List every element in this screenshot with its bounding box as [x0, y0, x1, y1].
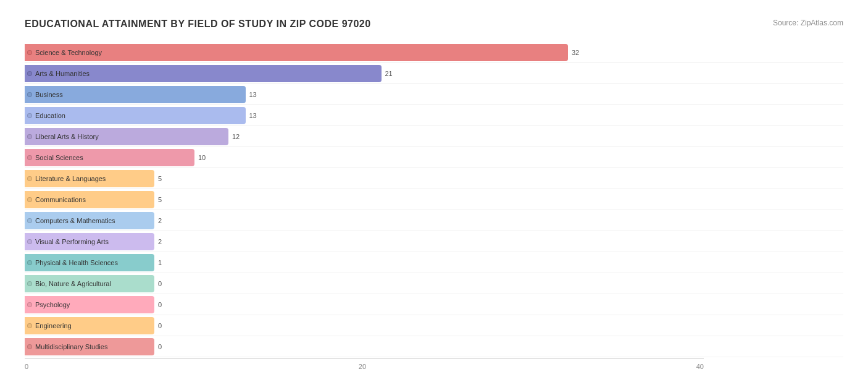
bar-label-1: Arts & Humanities	[27, 70, 90, 77]
bar-label-0: Science & Technology	[27, 49, 102, 56]
x-axis-label-1: 20	[359, 363, 366, 370]
bar-row-5: Social Sciences10	[25, 147, 843, 168]
bar-row-10: Physical & Health Sciences1	[25, 252, 843, 273]
bar-value-3: 13	[249, 112, 257, 119]
chart-header: EDUCATIONAL ATTAINMENT BY FIELD OF STUDY…	[25, 19, 843, 30]
bar-value-5: 10	[198, 154, 206, 161]
bar-dot-13	[27, 323, 32, 328]
bar-row-14: Multidisciplinary Studies0	[25, 336, 843, 357]
bar-row-9: Visual & Performing Arts2	[25, 231, 843, 252]
bar-dot-1	[27, 71, 32, 76]
bar-row-8: Computers & Mathematics2	[25, 210, 843, 231]
bar-value-0: 32	[572, 49, 579, 56]
bar-fill-14: Multidisciplinary Studies	[25, 338, 154, 355]
bar-label-2: Business	[27, 91, 63, 98]
bar-label-3: Education	[27, 112, 65, 119]
bar-value-6: 5	[158, 175, 162, 182]
bar-label-13: Engineering	[27, 322, 72, 329]
bar-value-12: 0	[158, 301, 162, 308]
bar-row-1: Arts & Humanities21	[25, 63, 843, 84]
bar-row-12: Psychology0	[25, 294, 843, 315]
bar-fill-5: Social Sciences	[25, 149, 194, 166]
bar-row-7: Communications5	[25, 189, 843, 210]
bar-fill-0: Science & Technology	[25, 44, 568, 61]
bar-fill-10: Physical & Health Sciences	[25, 254, 154, 271]
bar-row-6: Literature & Languages5	[25, 168, 843, 189]
bar-fill-1: Arts & Humanities	[25, 65, 382, 82]
bar-fill-3: Education	[25, 107, 246, 124]
bar-value-14: 0	[158, 343, 162, 350]
bar-value-4: 12	[232, 133, 240, 140]
bar-fill-2: Business	[25, 86, 246, 103]
bar-dot-6	[27, 176, 32, 181]
bar-row-13: Engineering0	[25, 315, 843, 336]
bar-dot-5	[27, 155, 32, 160]
bar-fill-9: Visual & Performing Arts	[25, 233, 154, 250]
bar-label-12: Psychology	[27, 301, 70, 308]
bar-value-9: 2	[158, 238, 162, 245]
bar-dot-14	[27, 344, 32, 349]
bar-dot-2	[27, 92, 32, 97]
bar-value-8: 2	[158, 217, 162, 224]
bar-fill-4: Liberal Arts & History	[25, 128, 228, 145]
bar-dot-3	[27, 113, 32, 118]
bar-fill-7: Communications	[25, 191, 154, 208]
bar-label-4: Liberal Arts & History	[27, 133, 99, 140]
bar-value-11: 0	[158, 280, 162, 287]
chart-body: Science & Technology32Arts & Humanities2…	[25, 42, 843, 357]
chart-source: Source: ZipAtlas.com	[773, 19, 843, 27]
bar-value-7: 5	[158, 196, 162, 203]
bar-label-5: Social Sciences	[27, 154, 83, 161]
bar-row-11: Bio, Nature & Agricultural0	[25, 273, 843, 294]
bar-row-0: Science & Technology32	[25, 42, 843, 63]
bar-dot-10	[27, 260, 32, 265]
bar-value-10: 1	[158, 259, 162, 266]
bar-row-2: Business13	[25, 84, 843, 105]
bar-dot-9	[27, 239, 32, 244]
bar-value-13: 0	[158, 322, 162, 329]
bar-dot-11	[27, 281, 32, 286]
bar-value-2: 13	[249, 91, 257, 98]
bar-fill-8: Computers & Mathematics	[25, 212, 154, 229]
bar-dot-8	[27, 218, 32, 223]
bar-label-8: Computers & Mathematics	[27, 217, 115, 224]
x-axis: 02040	[25, 358, 704, 370]
chart-container: EDUCATIONAL ATTAINMENT BY FIELD OF STUDY…	[12, 12, 856, 383]
bar-fill-11: Bio, Nature & Agricultural	[25, 275, 154, 292]
bar-fill-13: Engineering	[25, 317, 154, 334]
bar-row-4: Liberal Arts & History12	[25, 126, 843, 147]
bar-fill-6: Literature & Languages	[25, 170, 154, 187]
bar-label-14: Multidisciplinary Studies	[27, 343, 107, 350]
bar-dot-4	[27, 134, 32, 139]
bar-dot-0	[27, 50, 32, 55]
bar-label-10: Physical & Health Sciences	[27, 259, 118, 266]
bar-fill-12: Psychology	[25, 296, 154, 313]
bar-value-1: 21	[385, 70, 393, 77]
bar-row-3: Education13	[25, 105, 843, 126]
bar-label-6: Literature & Languages	[27, 175, 106, 182]
chart-title: EDUCATIONAL ATTAINMENT BY FIELD OF STUDY…	[25, 19, 371, 30]
bar-dot-12	[27, 302, 32, 307]
bar-dot-7	[27, 197, 32, 202]
x-axis-label-2: 40	[696, 363, 704, 370]
bar-label-9: Visual & Performing Arts	[27, 238, 109, 245]
bar-label-7: Communications	[27, 196, 86, 203]
x-axis-label-0: 0	[25, 363, 28, 370]
bar-label-11: Bio, Nature & Agricultural	[27, 280, 111, 287]
